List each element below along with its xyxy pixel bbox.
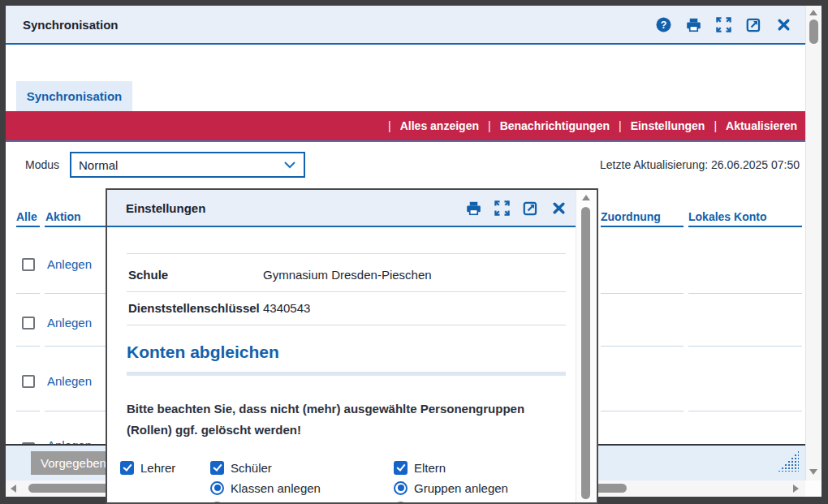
- header-underline: [45, 226, 106, 227]
- row-divider: [601, 411, 684, 411]
- dialog-scrollbar[interactable]: [576, 190, 597, 502]
- row-divider: [16, 346, 40, 347]
- action-link-alles-anzeigen[interactable]: Alles anzeigen: [379, 119, 479, 132]
- close-icon[interactable]: [550, 199, 567, 217]
- col-header-lokales-konto[interactable]: Lokales Konto: [688, 210, 766, 223]
- vertical-scrollbar-thumb[interactable]: [809, 19, 818, 44]
- row-divider: [45, 293, 106, 294]
- tab-synchronisation[interactable]: Synchronisation: [16, 81, 132, 111]
- col-header-aktion[interactable]: Aktion: [45, 210, 81, 223]
- scroll-down-icon[interactable]: [809, 469, 817, 475]
- lehrer-label: Lehrer: [140, 461, 175, 475]
- header-underline: [601, 226, 684, 227]
- group-schueler: Schüler Klassen anlegen Klassen deaktivi…: [210, 459, 379, 504]
- gruppen-deaktiviert-label: Gruppen deaktiviert anlegen: [414, 502, 567, 504]
- open-external-icon[interactable]: [744, 15, 762, 33]
- field-divider: [127, 253, 566, 254]
- klassen-deaktiviert-label: Klassen deaktiviert anlegen: [231, 502, 379, 504]
- help-icon[interactable]: ?: [654, 15, 672, 33]
- row-checkbox[interactable]: [22, 258, 35, 271]
- fullscreen-icon[interactable]: [493, 199, 511, 217]
- scroll-up-icon[interactable]: [809, 10, 817, 15]
- row-checkbox[interactable]: [22, 317, 35, 330]
- klassen-anlegen-radio[interactable]: [210, 481, 224, 495]
- lehrer-checkbox[interactable]: [120, 461, 134, 475]
- scroll-right-icon[interactable]: [793, 485, 799, 493]
- app-window: Synchronisation ? Synchronisation Alles …: [0, 0, 828, 504]
- eltern-checkbox[interactable]: [394, 461, 408, 475]
- print-icon[interactable]: [464, 199, 482, 217]
- einstellungen-dialog: Einstellungen: [106, 188, 598, 504]
- schueler-checkbox[interactable]: [210, 461, 224, 475]
- close-icon[interactable]: [774, 15, 792, 33]
- row-divider: [16, 411, 40, 411]
- section-rule: [127, 372, 566, 376]
- last-update-text: Letzte Aktualisierung: 26.06.2025 07:50: [600, 158, 800, 171]
- row-divider: [688, 411, 802, 411]
- field-label-dienststellenschluessel: Dienststellenschlüssel: [128, 301, 260, 315]
- gruppen-anlegen-radio[interactable]: [394, 481, 408, 495]
- action-link-benachrichtigungen[interactable]: Benachrichtigungen: [479, 119, 610, 132]
- dialog-titlebar: Einstellungen: [107, 190, 576, 227]
- resize-handle[interactable]: [778, 450, 799, 472]
- vertical-scrollbar[interactable]: [805, 6, 822, 480]
- gruppen-deaktiviert-radio[interactable]: [394, 502, 408, 504]
- row-divider: [601, 293, 684, 294]
- header-underline: [688, 226, 802, 227]
- action-link-aktualisieren[interactable]: Aktualisieren: [705, 119, 797, 132]
- warning-text: Bitte beachten Sie, dass nicht (mehr) au…: [127, 398, 569, 441]
- dialog-icons: [464, 199, 567, 217]
- eltern-label: Eltern: [414, 461, 446, 475]
- row-divider: [45, 346, 106, 347]
- klassen-anlegen-label: Klassen anlegen: [231, 481, 321, 495]
- scroll-left-icon[interactable]: [11, 485, 16, 493]
- row-divider: [688, 346, 802, 347]
- row-divider: [16, 293, 40, 294]
- klassen-deaktiviert-radio[interactable]: [210, 502, 224, 504]
- group-lehrer: Lehrer: [120, 459, 175, 480]
- open-external-icon[interactable]: [521, 199, 539, 217]
- col-header-alle[interactable]: Alle: [16, 210, 37, 223]
- mode-selected-value: Normal: [79, 158, 118, 172]
- action-link-einstellungen[interactable]: Einstellungen: [610, 119, 705, 132]
- scrollbar-corner: [805, 480, 822, 497]
- schueler-label: Schüler: [231, 461, 272, 475]
- window-titlebar: Synchronisation ?: [6, 6, 805, 45]
- field-divider: [127, 325, 566, 325]
- field-divider: [127, 291, 566, 292]
- field-label-schule: Schule: [128, 268, 168, 282]
- section-title: Konten abgleichen: [127, 342, 279, 362]
- scroll-up-icon[interactable]: [582, 195, 590, 200]
- field-value-dienststellenschluessel: 4340543: [263, 301, 310, 315]
- row-divider: [688, 293, 802, 294]
- group-eltern: Eltern Gruppen anlegen Gruppen deaktivie…: [394, 459, 567, 504]
- action-bar-underline: [6, 140, 805, 142]
- row-divider: [601, 346, 684, 347]
- row-divider: [45, 411, 106, 411]
- action-bar: Alles anzeigen Benachrichtigungen Einste…: [6, 111, 805, 140]
- gruppen-anlegen-label: Gruppen anlegen: [414, 481, 508, 495]
- col-header-zuordnung[interactable]: Zuordnung: [601, 210, 661, 223]
- field-value-schule: Gymnasium Dresden-Pieschen: [263, 268, 432, 282]
- dialog-scrollbar-thumb[interactable]: [581, 207, 590, 499]
- chevron-down-icon: [284, 162, 295, 169]
- print-icon[interactable]: [684, 15, 702, 33]
- dialog-title: Einstellungen: [126, 201, 205, 215]
- mode-select[interactable]: Normal: [70, 152, 305, 178]
- row-action-link[interactable]: Anlegen: [47, 374, 92, 388]
- row-action-link[interactable]: Anlegen: [47, 316, 92, 330]
- window-title: Synchronisation: [23, 18, 119, 32]
- row-checkbox[interactable]: [22, 375, 35, 388]
- fullscreen-icon[interactable]: [714, 15, 732, 33]
- svg-text:?: ?: [660, 19, 666, 31]
- row-action-link[interactable]: Anlegen: [47, 257, 92, 271]
- mode-label: Modus: [25, 158, 59, 171]
- header-underline: [16, 226, 40, 227]
- titlebar-icons: ?: [654, 15, 792, 33]
